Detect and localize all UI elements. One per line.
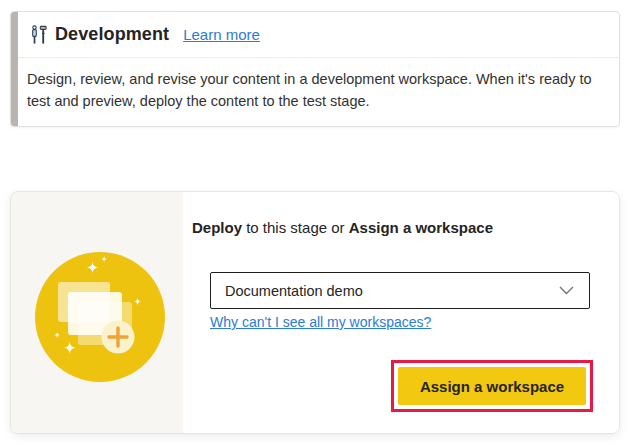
assign-workspace-card: Deploy to this stage or Assign a workspa… bbox=[10, 191, 620, 434]
learn-more-link[interactable]: Learn more bbox=[183, 26, 260, 43]
card-accent-bar bbox=[11, 12, 18, 126]
assign-workspace-content: Deploy to this stage or Assign a workspa… bbox=[183, 192, 619, 433]
development-tools-icon bbox=[30, 25, 48, 45]
stage-title: Development bbox=[55, 24, 169, 45]
development-card-header: Development Learn more bbox=[18, 12, 619, 58]
assign-heading-assign: Assign a workspace bbox=[349, 219, 493, 236]
development-card-main: Development Learn more Design, review, a… bbox=[18, 12, 619, 126]
assign-heading-connector: to this stage or bbox=[242, 219, 349, 236]
assign-heading-deploy: Deploy bbox=[192, 219, 242, 236]
assign-heading: Deploy to this stage or Assign a workspa… bbox=[192, 219, 493, 236]
illustration-panel bbox=[11, 192, 183, 433]
development-stage-card: Development Learn more Design, review, a… bbox=[10, 11, 620, 127]
assign-workspace-button[interactable]: Assign a workspace bbox=[398, 367, 586, 405]
stage-description: Design, review, and revise your content … bbox=[18, 58, 619, 112]
workspace-stack-illustration bbox=[35, 252, 165, 382]
workspace-dropdown-value: Documentation demo bbox=[225, 283, 363, 299]
annotation-highlight-box: Assign a workspace bbox=[391, 360, 593, 412]
workspace-dropdown[interactable]: Documentation demo bbox=[210, 272, 590, 309]
chevron-down-icon bbox=[559, 286, 574, 295]
workspaces-help-link[interactable]: Why can't I see all my workspaces? bbox=[210, 314, 431, 330]
